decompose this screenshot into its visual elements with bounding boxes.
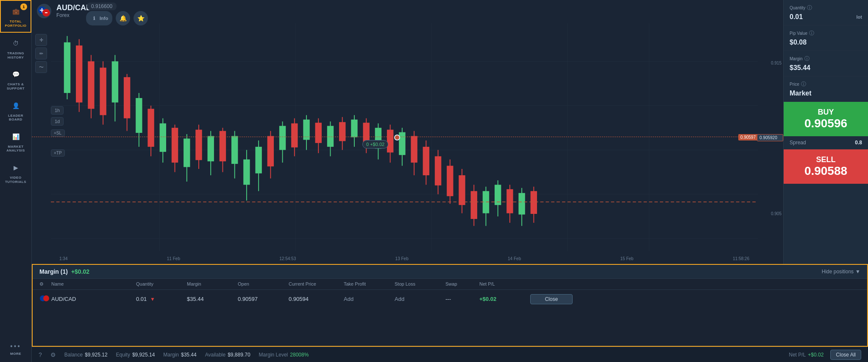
sl-button[interactable]: +SL (51, 129, 65, 137)
info-button[interactable]: ℹ Info (86, 11, 112, 25)
candle-15 (231, 131, 238, 179)
quantity-info-icon[interactable]: ⓘ (807, 4, 812, 11)
svg-rect-43 (220, 131, 226, 162)
candle-25 (351, 115, 357, 147)
svg-rect-41 (208, 136, 214, 162)
candle-22 (315, 118, 322, 153)
col-settings-icon[interactable]: ⚙ (39, 281, 51, 287)
wave-tool[interactable]: 〜 (35, 61, 47, 73)
candle-5 (112, 55, 118, 122)
candle-19 (279, 121, 286, 163)
trade-panel: Quantity ⓘ 0.01 lot Pip Value ⓘ $0.08 (783, 0, 868, 264)
svg-rect-65 (351, 120, 357, 138)
sidebar-label-portfolio: TOTAL PORTFOLIO (5, 20, 26, 28)
favorite-button[interactable]: ⭐ (134, 11, 148, 25)
svg-rect-17 (64, 42, 70, 93)
tp-button[interactable]: +TP (51, 149, 65, 157)
candle-39 (518, 188, 525, 226)
balance-value: $9,925.12 (85, 352, 107, 358)
candle-16 (243, 150, 250, 200)
close-all-button[interactable]: Close All (830, 350, 861, 360)
price-value: Market (790, 90, 812, 97)
svg-rect-77 (423, 147, 429, 175)
sl-tp-labels: +SL +TP (51, 129, 65, 157)
notification-button[interactable]: 🔔 (116, 11, 130, 25)
row-stop-loss[interactable]: Add (395, 296, 445, 302)
candle-9 (160, 118, 166, 163)
sidebar-item-leaderboard[interactable]: 👤 LEADER BOARD (0, 95, 31, 126)
sidebar-item-portfolio[interactable]: 1 💼 TOTAL PORTFOLIO (0, 0, 31, 33)
svg-rect-23 (100, 67, 106, 115)
draw-tool[interactable]: ✏ (35, 48, 47, 59)
bottom-settings-button[interactable]: ⚙ (50, 351, 56, 358)
chart-header: AUD/CAD ▼ Forex 0.916600 ℹ Info 🔔 ⭐ (32, 0, 783, 22)
tutorials-icon: ▶ (9, 161, 22, 174)
open-price-tag: 0.90597 (738, 134, 758, 140)
svg-rect-49 (255, 147, 262, 174)
margin-field: Margin ⓘ $35.44 (784, 51, 868, 76)
buy-price: 0.90596 (790, 117, 862, 130)
positions-header: Margin (1) +$0.02 Hide positions ▼ (33, 265, 867, 279)
candle-8 (147, 106, 154, 156)
svg-rect-59 (315, 123, 322, 143)
svg-rect-39 (195, 130, 202, 160)
svg-rect-75 (411, 136, 417, 163)
time-label-5: 15 Feb (620, 256, 634, 261)
time-label-0: 1:34 (59, 256, 67, 261)
svg-rect-63 (339, 122, 345, 141)
sidebar-item-analysis[interactable]: 📊 MARKET ANALYSIS (0, 126, 31, 157)
candle-21 (303, 115, 309, 150)
candle-36 (483, 187, 489, 226)
sidebar-item-history[interactable]: ⏱ TRADING HISTORY (0, 33, 31, 64)
price-axis: 0.915 0.910 0.905 (758, 0, 783, 264)
margin-level-label: Margin Level (259, 352, 288, 358)
sidebar-label-analysis: MARKET ANALYSIS (6, 145, 25, 153)
row-open: 0.90597 (238, 296, 289, 302)
svg-rect-73 (399, 132, 405, 155)
crosshair-tool[interactable]: ✛ (35, 34, 47, 46)
pip-info-icon: ⓘ (809, 30, 814, 37)
time-label-4: 14 Feb (508, 256, 521, 261)
svg-rect-95 (531, 191, 537, 214)
sidebar: 1 💼 TOTAL PORTFOLIO ⏱ TRADING HISTORY 💬 … (0, 0, 32, 362)
sell-price: 0.90588 (790, 164, 862, 178)
row-current-price: 0.90594 (289, 296, 344, 302)
price-field: Price ⓘ Market (784, 76, 868, 102)
info-label: Info (100, 16, 108, 21)
candle-31 (423, 140, 429, 185)
sidebar-item-tutorials[interactable]: ▶ VIDEO TUTORIALS (0, 157, 31, 188)
svg-rect-81 (447, 166, 453, 196)
candle-7 (136, 93, 142, 147)
svg-rect-21 (88, 62, 94, 109)
timeframe-buttons: 1h 1d (51, 106, 64, 126)
timeframe-1h[interactable]: 1h (51, 106, 64, 115)
timeframe-1d[interactable]: 1d (51, 117, 64, 126)
row-close-button[interactable]: Close (530, 294, 573, 304)
price-label-905: 0.905 (771, 211, 782, 216)
price-label: Price (790, 82, 799, 87)
row-take-profit[interactable]: Add (344, 296, 395, 302)
candle-17 (255, 140, 262, 191)
candle-35 (471, 185, 477, 226)
bottom-info-button[interactable]: ? (39, 351, 42, 358)
candle-34 (459, 169, 465, 213)
svg-rect-83 (459, 175, 465, 205)
trade-position-dot[interactable] (394, 135, 400, 140)
svg-rect-53 (279, 126, 286, 150)
buy-button[interactable]: BUY 0.90596 (784, 102, 868, 136)
available-value: $9,889.70 (228, 352, 250, 358)
sidebar-item-more[interactable]: ••• MORE (0, 337, 31, 362)
candle-24 (339, 117, 345, 150)
svg-rect-37 (184, 138, 190, 167)
margin-value: $35.44 (790, 64, 810, 72)
sidebar-item-chats[interactable]: 💬 CHATS & SUPPORT (0, 64, 31, 95)
sell-button[interactable]: SELL 0.90588 (784, 149, 868, 184)
bottom-bar: ? ⚙ Balance $9,925.12 Equity $9,925.14 M… (32, 347, 868, 362)
net-pl-item: Net P/L +$0.02 (789, 352, 823, 358)
time-label-1: 11 Feb (167, 256, 180, 261)
row-quantity: 0.01 ▼ (136, 296, 187, 302)
buy-label: BUY (790, 108, 862, 117)
hide-positions-button[interactable]: Hide positions ▼ (822, 269, 860, 275)
current-price-value: 0.905920 (760, 135, 777, 140)
candle-32 (435, 150, 441, 194)
